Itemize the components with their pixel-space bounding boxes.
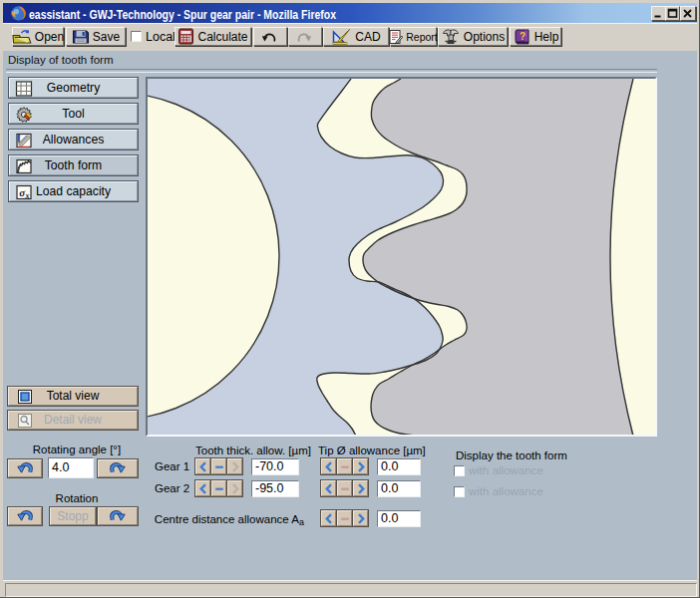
svg-text:?: ? [520,30,525,41]
svg-text:x: x [25,191,30,200]
